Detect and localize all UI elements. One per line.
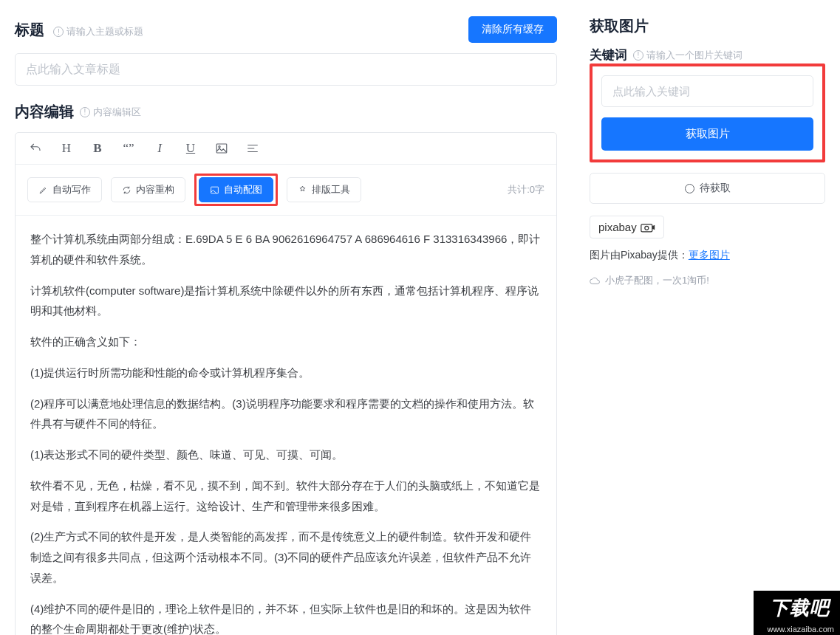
- main-panel: 标题 ! 请输入主题或标题 清除所有缓存 内容编辑 ! 内容编辑区 H B “”…: [0, 0, 572, 635]
- title-hint: ! 请输入主题或标题: [53, 25, 143, 38]
- editor-hint: ! 内容编辑区: [80, 106, 141, 119]
- fetch-header: 获取图片: [590, 16, 825, 36]
- keyword-input[interactable]: [601, 75, 813, 107]
- sidebar-panel: 获取图片 关键词 ! 请输入一个图片关键词 获取图片 待获取 pixabay 图…: [572, 0, 840, 635]
- paragraph: (4)维护不同的硬件是旧的，理论上软件是旧的，并不坏，但实际上软件也是旧的和坏的…: [30, 599, 542, 636]
- article-title-input[interactable]: [15, 53, 557, 86]
- keyword-header: 关键词 ! 请输入一个图片关键词: [590, 47, 825, 64]
- keyword-hint: ! 请输入一个图片关键词: [633, 49, 742, 62]
- paragraph: 软件的正确含义如下：: [30, 332, 542, 352]
- editor-container: H B “” I U 自动写作 内容重构 自动配图: [15, 132, 557, 635]
- paragraph: (1)提供运行时所需功能和性能的命令或计算机程序集合。: [30, 363, 542, 383]
- undo-button[interactable]: [27, 140, 44, 157]
- svg-rect-0: [216, 144, 227, 153]
- clear-cache-button[interactable]: 清除所有缓存: [468, 16, 557, 43]
- svg-point-4: [645, 226, 649, 230]
- editor-content[interactable]: 整个计算机系统由两部分组成：E.69DA 5 E 6 BA 9062616964…: [16, 216, 556, 635]
- paragraph: 整个计算机系统由两部分组成：E.69DA 5 E 6 BA 9062616964…: [30, 229, 542, 270]
- auto-image-button[interactable]: 自动配图: [199, 177, 273, 202]
- keyword-label: 关键词: [590, 47, 627, 64]
- restructure-button[interactable]: 内容重构: [111, 177, 185, 202]
- editor-section-header: 内容编辑 ! 内容编辑区: [15, 102, 557, 122]
- quote-button[interactable]: “”: [120, 140, 137, 157]
- bold-button[interactable]: B: [89, 140, 106, 157]
- image-button[interactable]: [214, 140, 230, 157]
- pencil-icon: [38, 185, 48, 195]
- paragraph: (2)程序可以满意地处理信息的数据结构。(3)说明程序功能要求和程序需要的文档的…: [30, 394, 542, 435]
- word-count: 共计:0字: [508, 183, 544, 196]
- more-images-link[interactable]: 更多图片: [689, 249, 730, 261]
- info-icon: !: [80, 107, 90, 117]
- layout-tool-button[interactable]: 排版工具: [287, 177, 361, 202]
- fetch-image-button[interactable]: 获取图片: [601, 117, 813, 151]
- paragraph: (1)表达形式不同的硬件类型、颜色、味道、可见、可摸、可闻。: [30, 444, 542, 465]
- credit-line: 图片由Pixabay提供：更多图片: [590, 249, 825, 262]
- image-icon: [210, 185, 219, 195]
- align-button[interactable]: [245, 140, 261, 157]
- svg-point-1: [219, 146, 220, 148]
- italic-button[interactable]: I: [151, 140, 168, 157]
- fetch-title: 获取图片: [590, 16, 649, 36]
- svg-rect-3: [641, 224, 652, 231]
- svg-rect-2: [211, 187, 219, 193]
- tip-line: 小虎子配图，一次1淘币!: [590, 274, 825, 287]
- paragraph: 软件看不见，无色，枯燥，看不见，摸不到，闻不到。软件大部分存在于人们的头脑或纸上…: [30, 476, 542, 517]
- refresh-icon: [122, 185, 132, 195]
- paragraph: (2)生产方式不同的软件是开发，是人类智能的高发挥，而不是传统意义上的硬件制造。…: [30, 526, 542, 588]
- highlight-box: 自动配图: [194, 174, 278, 206]
- underline-button[interactable]: U: [182, 140, 199, 157]
- title-label: 标题: [15, 21, 44, 38]
- info-icon: !: [53, 27, 64, 37]
- format-toolbar: H B “” I U: [16, 133, 556, 165]
- editor-label: 内容编辑: [15, 102, 74, 122]
- pending-status[interactable]: 待获取: [590, 173, 825, 204]
- auto-write-button[interactable]: 自动写作: [27, 177, 102, 202]
- tool-icon: [298, 185, 307, 195]
- title-section-header: 标题 ! 请输入主题或标题 清除所有缓存: [15, 16, 557, 43]
- watermark: 下载吧 www.xiazaiba.com: [754, 591, 840, 635]
- paragraph: 计算机软件(computer software)是指计算机系统中除硬件以外的所有…: [30, 281, 542, 322]
- keyword-highlight-box: 获取图片: [590, 64, 825, 162]
- pixabay-badge: pixabay: [590, 216, 664, 238]
- circle-icon: [685, 184, 694, 193]
- watermark-logo: 下载吧: [754, 591, 840, 623]
- action-toolbar: 自动写作 内容重构 自动配图 排版工具 共计:0字: [16, 165, 556, 216]
- heading-button[interactable]: H: [58, 140, 75, 157]
- cloud-icon: [590, 277, 601, 285]
- info-icon: !: [633, 50, 643, 61]
- watermark-url: www.xiazaiba.com: [754, 623, 840, 635]
- camera-icon: [641, 222, 655, 233]
